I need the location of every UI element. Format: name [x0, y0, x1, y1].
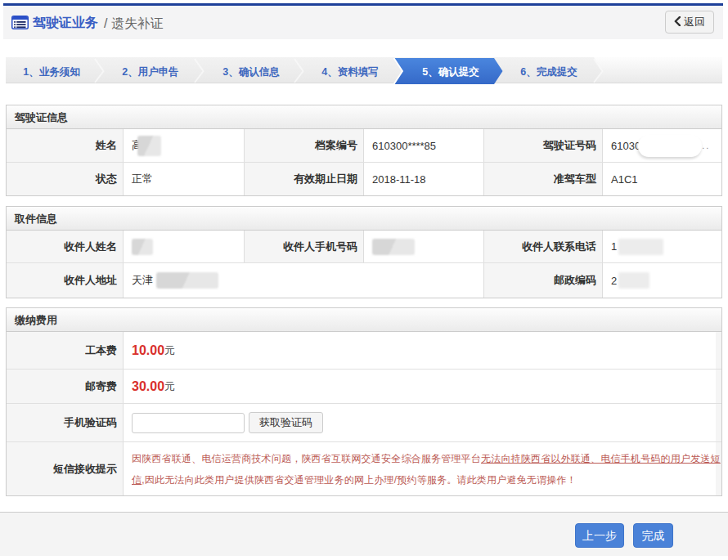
- svg-text:4、资料填写: 4、资料填写: [321, 66, 378, 78]
- svg-text:5、确认提交: 5、确认提交: [422, 66, 479, 78]
- svg-text:6、完成提交: 6、完成提交: [520, 66, 577, 78]
- svg-text:2、用户申告: 2、用户申告: [122, 66, 178, 78]
- svg-text:3、确认信息: 3、确认信息: [222, 66, 280, 78]
- svg-text:1、业务须知: 1、业务须知: [23, 66, 79, 78]
